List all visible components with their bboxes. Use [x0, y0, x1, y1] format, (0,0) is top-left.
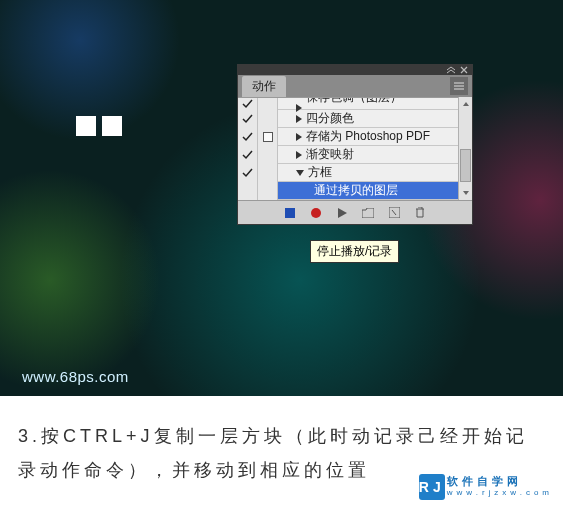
action-content: 方框: [278, 164, 458, 181]
checkmark-icon: [242, 132, 253, 142]
action-row[interactable]: 存储为 Photoshop PDF: [238, 128, 458, 146]
checkmark-icon: [242, 114, 253, 124]
new-page-icon: [389, 207, 400, 218]
dialog-toggle[interactable]: [258, 164, 278, 182]
actions-panel: 动作 保存色调（图层）四分颜色存储为 Photoshop PDF渐变映射方框通过…: [237, 64, 473, 225]
record-button[interactable]: [309, 206, 323, 220]
new-action-button[interactable]: [387, 206, 401, 220]
play-icon: [338, 208, 347, 218]
scroll-up-button[interactable]: [459, 97, 472, 111]
action-label: 方框: [308, 164, 332, 181]
logo-name: 软件自学网: [447, 476, 553, 487]
play-button[interactable]: [335, 206, 349, 220]
toggle-checkbox[interactable]: [238, 146, 258, 164]
toggle-checkbox[interactable]: [238, 164, 258, 182]
checkmark-icon: [242, 99, 253, 109]
scroll-thumb[interactable]: [460, 149, 471, 183]
dialog-toggle[interactable]: [258, 182, 278, 200]
logo-url: www.rjzxw.com: [447, 487, 553, 498]
white-square[interactable]: [102, 116, 122, 136]
action-row[interactable]: 方框: [238, 164, 458, 182]
action-label: 保存色调（图层）: [306, 97, 402, 106]
action-row[interactable]: 四分颜色: [238, 110, 458, 128]
checkmark-icon: [242, 168, 253, 178]
checkmark-icon: [242, 150, 253, 160]
chevron-up-icon: [462, 101, 470, 107]
actions-list: 保存色调（图层）四分颜色存储为 Photoshop PDF渐变映射方框通过拷贝的…: [238, 97, 458, 200]
panel-title-bar[interactable]: [238, 65, 472, 75]
stop-icon: [285, 208, 295, 218]
action-label: 渐变映射: [306, 146, 354, 163]
toggle-checkbox[interactable]: [238, 110, 258, 128]
instruction-text-area: 3.按CTRL+J复制一层方块（此时动记录己经开始记录动作命令），并移动到相应的…: [0, 405, 563, 506]
toggle-checkbox[interactable]: [238, 182, 258, 200]
site-logo: RJ 软件自学网 www.rjzxw.com: [419, 474, 553, 500]
new-set-button[interactable]: [361, 206, 375, 220]
action-row[interactable]: 渐变映射: [238, 146, 458, 164]
chevron-down-icon: [462, 190, 470, 196]
record-icon: [311, 208, 321, 218]
action-row[interactable]: 保存色调（图层）: [238, 98, 458, 110]
action-content: 通过拷贝的图层: [278, 182, 458, 199]
action-row[interactable]: 通过拷贝的图层: [238, 182, 458, 200]
canvas-squares-group: [76, 116, 122, 136]
delete-button[interactable]: [413, 206, 427, 220]
trash-icon: [415, 207, 425, 218]
toggle-checkbox[interactable]: [238, 128, 258, 146]
scroll-down-button[interactable]: [459, 186, 472, 200]
folder-icon: [362, 208, 374, 218]
action-content: 四分颜色: [278, 110, 458, 127]
panel-menu-button[interactable]: [450, 77, 468, 95]
actions-panel-footer: [238, 200, 472, 224]
dialog-toggle[interactable]: [258, 128, 278, 146]
tab-actions[interactable]: 动作: [242, 76, 286, 97]
expand-triangle-icon[interactable]: [296, 151, 302, 159]
logo-badge: RJ: [419, 474, 445, 500]
white-square[interactable]: [76, 116, 96, 136]
expand-triangle-icon[interactable]: [296, 115, 302, 123]
dialog-toggle[interactable]: [258, 146, 278, 164]
collapse-icon[interactable]: [446, 66, 456, 74]
collapse-triangle-icon[interactable]: [296, 170, 304, 176]
menu-icon: [454, 82, 464, 90]
action-label: 四分颜色: [306, 110, 354, 127]
action-content: 渐变映射: [278, 146, 458, 163]
dialog-toggle[interactable]: [258, 110, 278, 128]
stop-button[interactable]: [283, 206, 297, 220]
expand-triangle-icon[interactable]: [296, 133, 302, 141]
dialog-box-icon: [263, 132, 273, 142]
svg-rect-0: [285, 208, 295, 218]
watermark-url: www.68ps.com: [22, 368, 129, 385]
svg-point-1: [311, 208, 321, 218]
action-content: 存储为 Photoshop PDF: [278, 128, 458, 145]
action-label: 存储为 Photoshop PDF: [306, 128, 430, 145]
action-label: 通过拷贝的图层: [314, 182, 398, 199]
panel-tab-row: 动作: [238, 75, 472, 97]
photoshop-canvas-background: 动作 保存色调（图层）四分颜色存储为 Photoshop PDF渐变映射方框通过…: [0, 0, 563, 396]
actions-scrollbar[interactable]: [458, 97, 472, 200]
close-icon[interactable]: [460, 66, 468, 74]
tooltip-stop-recording: 停止播放/记录: [310, 240, 399, 263]
